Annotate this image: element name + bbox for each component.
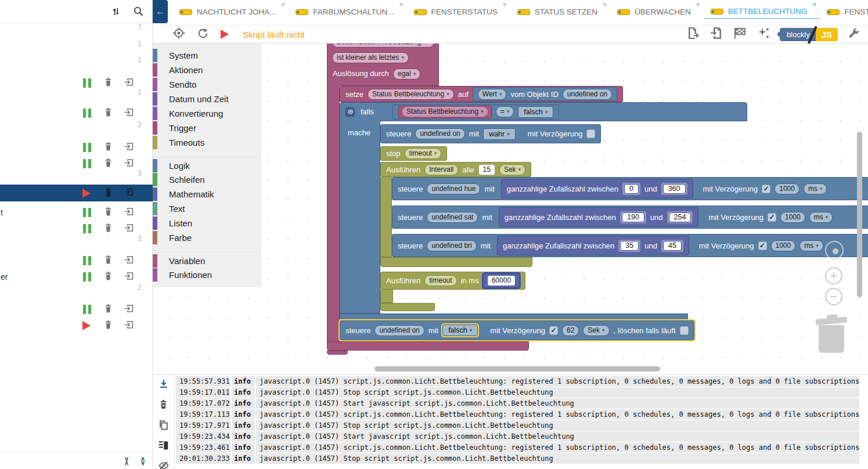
script-row[interactable] (0, 75, 153, 91)
object-id-field[interactable]: undefined bri (427, 240, 476, 251)
delay-checkbox-checked[interactable]: ✓ (762, 185, 770, 193)
trigger-block-tail[interactable] (327, 351, 348, 355)
delay-value-field[interactable]: 62 (562, 325, 579, 336)
category-aktionen[interactable]: Aktionen (153, 63, 261, 77)
tab-fenster[interactable]: FENSTER (820, 0, 868, 19)
tab-bettbeleuchtung[interactable]: BETTBELEUCHTUNG× (704, 0, 820, 19)
tab-farbumschaltung[interactable]: FARBUMSCHALTUN...× (289, 0, 406, 19)
export-script-icon[interactable] (123, 77, 135, 90)
if-block-bottom[interactable] (340, 313, 688, 320)
delete-script-icon[interactable] (103, 254, 113, 267)
max-value-holder[interactable]: 45 (661, 240, 683, 252)
mutator-gear-icon[interactable] (345, 107, 355, 117)
check-blocks-flag-icon[interactable] (733, 27, 747, 42)
script-row[interactable] (0, 318, 153, 334)
close-tab-icon[interactable]: × (503, 1, 507, 9)
delete-script-icon[interactable] (103, 206, 113, 219)
interval-block-header[interactable]: Ausführen Intervall alle 15 Sek▾ (380, 162, 531, 177)
timeout-block-spine[interactable] (380, 290, 393, 303)
category-trigger[interactable]: Trigger (153, 121, 261, 135)
start-script-icon[interactable] (221, 30, 229, 39)
expand-all-icon[interactable]: ∧∨ (138, 457, 147, 465)
stop-timeout-block[interactable]: stop timeout▾ (380, 146, 447, 161)
object-id-field[interactable]: undefined on (563, 89, 612, 100)
interval-block-bottom[interactable] (380, 257, 532, 267)
control-block-falsch-selected[interactable]: steuere undefined on mit falsch▾ mit Ver… (340, 320, 694, 340)
script-row[interactable]: t (0, 204, 153, 221)
interval-unit-dropdown[interactable]: Sek▾ (499, 164, 525, 175)
operator-dropdown[interactable]: =▾ (496, 106, 514, 117)
trigger-block-header[interactable]: Button.Button.TsCsCdZong ist kleiner als… (327, 44, 439, 86)
interval-value-field[interactable]: 15 (478, 164, 495, 175)
export-blocks-icon[interactable] (686, 26, 700, 42)
delay-unit-dropdown[interactable]: ms▾ (799, 240, 823, 251)
category-datum-und-zeit[interactable]: Datum und Zeit (153, 92, 261, 106)
log-clear-icon[interactable] (159, 399, 168, 412)
delete-script-icon[interactable] (103, 141, 113, 154)
delete-script-icon[interactable] (103, 77, 113, 89)
zoom-out-button[interactable]: − (825, 288, 842, 305)
interval-name-field[interactable]: Intervall (424, 164, 458, 175)
script-row[interactable]: er (0, 269, 153, 285)
log-download-icon[interactable] (159, 378, 169, 391)
delay-value-field[interactable]: 1000 (771, 240, 796, 251)
timeout-name-dropdown[interactable]: timeout▾ (405, 148, 442, 159)
delay-unit-dropdown[interactable]: Sek▾ (583, 325, 609, 336)
get-value-block[interactable]: Wert▾ vom Objekt ID undefined on (473, 87, 617, 101)
trigger-egal-dropdown[interactable]: egal▾ (393, 68, 420, 80)
export-script-icon[interactable] (123, 222, 135, 236)
delay-checkbox-checked[interactable]: ✓ (549, 326, 558, 335)
close-tab-icon[interactable]: × (281, 1, 285, 9)
pause-script-icon[interactable] (83, 272, 91, 282)
category-schleifen[interactable]: Schleifen (153, 172, 261, 187)
workspace-vertical-scrollbar[interactable] (857, 132, 862, 297)
workspace-horizontal-scrollbar[interactable] (374, 366, 660, 371)
log-layout-icon[interactable] (158, 441, 169, 453)
export-script-icon[interactable] (123, 303, 135, 316)
control-block-hue[interactable]: steuere undefined hue mit ganzzahlige Zu… (392, 177, 868, 200)
recenter-icon[interactable] (825, 241, 844, 259)
delay-unit-dropdown[interactable]: ms▾ (804, 183, 827, 194)
export-script-icon[interactable] (123, 254, 135, 268)
tab-fensterstatus[interactable]: FENSTERSTATUS× (407, 0, 510, 19)
delete-script-icon[interactable] (103, 319, 113, 332)
pause-script-icon[interactable] (83, 109, 91, 118)
zoom-in-button[interactable]: + (825, 267, 842, 284)
delete-script-icon[interactable] (103, 157, 113, 170)
category-funktionen[interactable]: Funktionen (153, 268, 261, 282)
export-script-icon[interactable] (123, 157, 135, 171)
category-konvertierung[interactable]: Konvertierung (153, 106, 261, 121)
script-row-selected[interactable] (0, 185, 153, 201)
wert-dropdown[interactable]: Wert▾ (478, 89, 507, 100)
run-script-icon[interactable] (82, 189, 91, 198)
trigger-object-id-field[interactable]: Button.Button.TsCsCdZong (332, 44, 434, 48)
sort-icon[interactable] (111, 6, 121, 17)
if-block-spine[interactable]: mache (340, 121, 380, 313)
category-system[interactable]: System (153, 48, 261, 63)
object-id-field[interactable]: undefined sat (427, 212, 478, 223)
close-tab-icon[interactable]: × (696, 1, 700, 9)
category-farbe[interactable]: Farbe (153, 230, 261, 245)
script-row[interactable] (0, 105, 153, 121)
min-value-holder[interactable]: 35 (618, 240, 640, 252)
category-sendto[interactable]: Sendto (153, 77, 261, 92)
control-block-sat[interactable]: steuere undefined sat mit ganzzahlige Zu… (392, 205, 868, 229)
object-id-field[interactable]: undefined on (415, 128, 464, 139)
category-text[interactable]: Text (153, 201, 261, 216)
reload-icon[interactable] (197, 27, 209, 42)
category-timeouts[interactable]: Timeouts (153, 135, 261, 150)
control-block-bri[interactable]: steuere undefined bri mit ganzzahlige Zu… (392, 234, 868, 257)
delay-checkbox-checked[interactable]: ✓ (768, 213, 776, 222)
export-script-icon[interactable] (123, 270, 135, 284)
random-int-block[interactable]: ganzzahlige Zufallszahl zwischen 35 und … (497, 236, 689, 255)
script-row[interactable] (0, 139, 153, 156)
pause-script-icon[interactable] (83, 143, 91, 152)
script-row[interactable] (0, 221, 153, 237)
log-copy-icon[interactable] (158, 420, 169, 433)
if-block-header[interactable]: falls Status Bettbeleuchtung▾ =▾ falsch▾ (340, 102, 747, 121)
pause-script-icon[interactable] (83, 78, 91, 88)
category-variablen[interactable]: Variablen (153, 252, 261, 268)
export-script-icon[interactable] (123, 107, 135, 120)
boolean-value-block[interactable]: wahr▾ (483, 128, 516, 140)
random-int-block[interactable]: ganzzahlige Zufallszahl zwischen 190 und… (499, 207, 699, 227)
